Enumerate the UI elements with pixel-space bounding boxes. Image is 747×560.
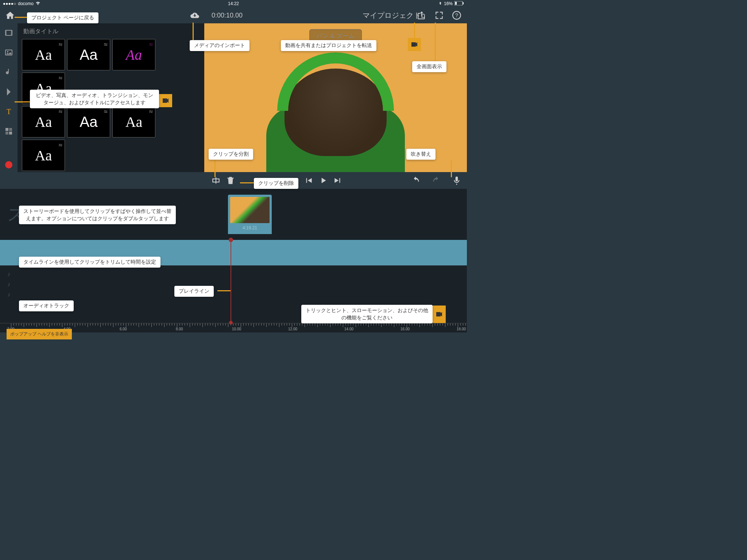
- title-preset[interactable]: ≈Aa: [112, 39, 155, 70]
- redo-icon[interactable]: [430, 174, 443, 187]
- record-button[interactable]: [5, 161, 12, 168]
- montage-tab-icon[interactable]: [3, 125, 15, 137]
- svg-rect-14: [9, 132, 12, 135]
- ruler-label: 10.00: [232, 327, 241, 331]
- section-header-1: 動画タイトル: [20, 26, 201, 39]
- undo-icon[interactable]: [409, 174, 422, 187]
- prev-clip-icon[interactable]: [302, 174, 315, 187]
- voiceover-icon[interactable]: [450, 174, 463, 187]
- title-preset[interactable]: ≈Aa: [67, 39, 110, 70]
- tooltip-import: メディアのインポート: [190, 40, 249, 51]
- camera-badge-3: [433, 306, 446, 323]
- playhead[interactable]: [231, 240, 231, 265]
- home-icon[interactable]: [4, 9, 17, 22]
- carrier-label: docomo: [18, 1, 34, 6]
- fullscreen-icon[interactable]: [433, 9, 446, 22]
- clock: 14:22: [228, 1, 239, 6]
- svg-text:T: T: [7, 108, 11, 116]
- status-bar: ●●●●○ docomo 14:22 16%: [0, 0, 467, 7]
- title-preset[interactable]: ≈Aa: [22, 39, 65, 70]
- battery-percent: 16%: [444, 1, 453, 6]
- clip-duration: 4:19.21: [230, 223, 270, 230]
- playback-bar: [0, 172, 467, 189]
- tooltip-storyboard: ストーリーボードを使用してクリップをすばやく操作して並べ替えます。オプションにつ…: [19, 206, 176, 224]
- bluetooth-icon: [438, 1, 442, 7]
- battery-icon: [454, 1, 464, 7]
- audio-track-1[interactable]: ♪: [7, 269, 460, 279]
- camera-badge-2: [159, 94, 172, 107]
- title-preset[interactable]: ≈Aa: [22, 140, 65, 171]
- ruler-label: 8.00: [176, 327, 183, 331]
- split-clip-icon[interactable]: [209, 174, 222, 187]
- ruler-label: 6.00: [120, 327, 127, 331]
- svg-rect-1: [455, 2, 457, 5]
- next-clip-icon[interactable]: [331, 174, 344, 187]
- video-tab-icon[interactable]: [3, 27, 15, 39]
- svg-rect-6: [5, 30, 7, 35]
- cloud-import-icon[interactable]: [188, 9, 201, 22]
- share-icon[interactable]: [415, 9, 428, 22]
- clip-thumbnail[interactable]: 4:19.21: [228, 195, 272, 234]
- ruler-label: 18.00: [457, 327, 466, 331]
- svg-rect-13: [5, 132, 8, 135]
- tooltip-dubbing: 吹き替え: [406, 149, 436, 160]
- photo-tab-icon[interactable]: [3, 47, 15, 58]
- audio-track-2[interactable]: ♪: [7, 279, 460, 289]
- tooltip-audiotrack: オーディオトラック: [19, 300, 74, 311]
- svg-rect-2: [463, 2, 464, 4]
- ruler-label: 12.00: [288, 327, 297, 331]
- tooltip-split: クリップを分割: [209, 149, 253, 160]
- tooltip-fullscreen: 全画面表示: [412, 61, 446, 72]
- title-tab-icon[interactable]: T: [3, 106, 15, 117]
- tooltip-media-access: ビデオ、写真、オーディオ、トランジション、モンタージュ、およびタイトルにアクセス…: [30, 90, 159, 108]
- tooltip-delete: クリップを削除: [254, 178, 298, 189]
- timecode-display: 0:00:10.00: [212, 12, 243, 19]
- wifi-icon: [35, 1, 40, 7]
- signal-dots: ●●●●○: [3, 1, 16, 6]
- help-icon[interactable]: ?: [450, 9, 463, 22]
- title-preset[interactable]: ≈Aa: [22, 106, 65, 137]
- audio-track-3[interactable]: ♪: [7, 289, 460, 300]
- svg-rect-12: [9, 128, 12, 131]
- transition-tab-icon[interactable]: [3, 86, 15, 98]
- title-preset[interactable]: ≈Aa: [67, 106, 110, 137]
- ruler-label: 14.00: [344, 327, 353, 331]
- audio-tab-icon[interactable]: [3, 66, 15, 78]
- play-icon[interactable]: [317, 174, 330, 187]
- hide-help-button[interactable]: ポップアップ ヘルプを非表示: [7, 329, 72, 339]
- tooltip-playline: プレイライン: [174, 286, 214, 297]
- tooltip-back: プロジェクト ページに戻る: [27, 12, 98, 23]
- camera-badge-1: [408, 38, 421, 51]
- delete-clip-icon[interactable]: [224, 174, 237, 187]
- tooltip-share: 動画を共有またはプロジェクトを転送: [281, 40, 376, 51]
- tooltip-timeline: タイムラインを使用してクリップをトリムして時間を設定: [19, 257, 160, 268]
- svg-point-9: [7, 51, 8, 52]
- left-sidebar: T: [0, 23, 18, 172]
- tooltip-tricks: トリックとヒント、スローモーション、およびその他の機能をご覧ください: [301, 305, 433, 323]
- svg-rect-11: [5, 128, 8, 131]
- svg-rect-7: [11, 30, 12, 35]
- ruler-label: 16.00: [400, 327, 410, 331]
- title-preset[interactable]: ≈Aa: [112, 106, 155, 137]
- svg-text:?: ?: [455, 12, 458, 18]
